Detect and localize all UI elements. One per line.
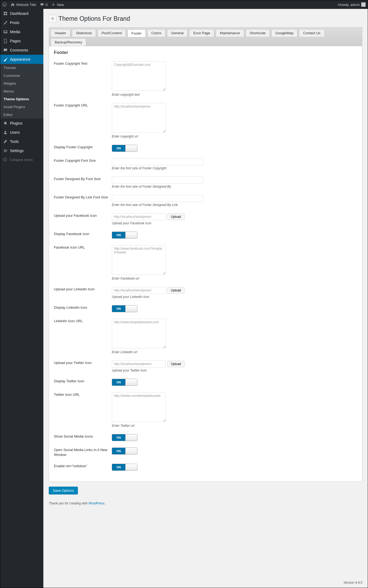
submenu-item-menus[interactable]: Menus: [0, 87, 43, 95]
media-icon: [3, 29, 8, 34]
submenu-appearance: ThemesCustomizeWidgetsMenusTheme Options…: [0, 64, 43, 119]
toggle-li-display[interactable]: ON: [112, 305, 137, 312]
page-icon: [3, 39, 8, 43]
site-link[interactable]: Website Title: [11, 2, 36, 7]
tab-maintenance[interactable]: Maintenance: [216, 29, 244, 37]
menu-item-tools[interactable]: Tools: [0, 137, 43, 146]
help-designed-by-link-font: Enter the font size of Footer Designed B…: [112, 203, 357, 207]
submenu-item-themes[interactable]: Themes: [0, 64, 43, 72]
plugin-icon: [3, 121, 8, 126]
new-label: New: [57, 3, 64, 7]
toggle-nofollow[interactable]: ON: [112, 464, 137, 471]
menu-item-posts[interactable]: Posts: [0, 18, 43, 27]
admin-sidebar: DashboardPostsMediaPagesCommentsAppearan…: [0, 9, 43, 588]
label-fb-display: Display Facebook Icon: [54, 232, 112, 236]
new-link[interactable]: New: [51, 2, 64, 7]
admin-toolbar: Website Title 0 New Howdy, admin: [0, 0, 368, 9]
tab-post-content[interactable]: Post/Content: [98, 29, 126, 37]
label-tw-url: Twitter Icon URL: [54, 392, 112, 397]
input-fb-upload[interactable]: [112, 213, 166, 220]
menu-item-plugins[interactable]: Plugins: [0, 119, 43, 128]
menu-item-pages[interactable]: Pages: [0, 36, 43, 46]
input-designed-by-font[interactable]: [112, 177, 203, 184]
help-copyright-url: Enter copyright url: [112, 135, 357, 138]
dashboard-icon: [3, 11, 8, 16]
avatar-icon: [361, 2, 366, 7]
help-li-upload: Upload your LinkedIn Icon: [112, 295, 357, 299]
label-li-url: LinkedIn Icon URL: [54, 319, 112, 324]
tab-error-page[interactable]: Error Page: [189, 29, 214, 37]
label-fb-upload: Upload your Facebook Icon: [54, 213, 112, 218]
label-li-upload: Upload your LinkedIn Icon: [54, 287, 112, 292]
tab-backup-recovery[interactable]: Backup/Recovery: [51, 38, 86, 46]
input-tw-upload[interactable]: [112, 360, 166, 367]
button-tw-upload[interactable]: Upload: [167, 361, 185, 367]
toggle-fb-display[interactable]: ON: [112, 232, 137, 239]
site-title: Website Title: [16, 3, 36, 7]
account-link[interactable]: Howdy, admin: [338, 2, 366, 7]
input-copyright-url[interactable]: [112, 103, 166, 133]
help-fb-upload: Upload your Facebook Icon: [112, 221, 357, 225]
input-copyright-font[interactable]: [112, 158, 203, 165]
menu-item-settings[interactable]: Settings: [0, 146, 43, 155]
input-designed-by-link-font[interactable]: [112, 195, 203, 202]
tabs-bar: HeaderSlideshowPost/ContentFooterColorsG…: [49, 27, 362, 46]
comment-icon: [3, 48, 8, 53]
tab-shortcode[interactable]: Shortcode: [246, 29, 270, 37]
help-copyright-font: Enter the font size of Footer Copyright: [112, 166, 357, 170]
menu-item-appearance[interactable]: Appearance: [0, 55, 43, 64]
tab-footer[interactable]: Footer: [127, 29, 146, 37]
page-title: ⚙ Theme Options For Brand: [49, 15, 362, 22]
menu-item-media[interactable]: Media: [0, 27, 43, 36]
help-copyright-text: Enter copyright text: [112, 93, 357, 97]
svg-point-3: [4, 158, 7, 161]
submenu-item-theme-options[interactable]: Theme Options: [0, 95, 43, 103]
content-area: ⚙ Theme Options For Brand HeaderSlidesho…: [43, 9, 368, 588]
tab-contact-us[interactable]: Contact Us: [299, 29, 324, 37]
submenu-item-install-plugins[interactable]: Install Plugins: [0, 103, 43, 111]
input-copyright-text[interactable]: [112, 61, 166, 91]
tab-googlemap[interactable]: GoogleMap: [271, 29, 297, 37]
collapse-menu[interactable]: Collapse menu: [0, 155, 43, 164]
input-li-url[interactable]: [112, 319, 166, 348]
label-designed-by-link-font: Footer Designed By Link Font Size: [54, 195, 112, 200]
label-tw-upload: Upload your Twitter Icon: [54, 360, 112, 365]
tab-general[interactable]: General: [167, 29, 188, 37]
svg-point-0: [3, 3, 6, 6]
toggle-tw-display[interactable]: ON: [112, 379, 137, 386]
menu-item-dashboard[interactable]: Dashboard: [0, 9, 43, 18]
toggle-display-copyright[interactable]: ON: [112, 145, 137, 152]
submenu-item-customize[interactable]: Customize: [0, 72, 43, 80]
input-fb-url[interactable]: [112, 245, 166, 275]
label-display-copyright: Display Footer Copyright: [54, 145, 112, 150]
input-li-upload[interactable]: [112, 287, 166, 294]
pin-icon: [3, 20, 8, 25]
menu-item-users[interactable]: Users: [0, 128, 43, 137]
submenu-item-editor[interactable]: Editor: [0, 111, 43, 119]
tab-header[interactable]: Header: [51, 29, 70, 37]
tool-icon: [3, 139, 8, 144]
button-li-upload[interactable]: Upload: [167, 287, 185, 294]
label-fb-url: Facebook Icon URL: [54, 245, 112, 250]
tab-slideshow[interactable]: Slideshow: [72, 29, 96, 37]
plus-icon: [51, 2, 55, 7]
tab-colors[interactable]: Colors: [147, 29, 166, 37]
user-icon: [3, 130, 8, 135]
toggle-open-new[interactable]: ON: [112, 448, 137, 455]
comment-icon: [40, 2, 44, 7]
menu-item-comments[interactable]: Comments: [0, 46, 43, 55]
label-open-new: Open Social Media Links In A New Window: [54, 448, 112, 457]
howdy-text: Howdy, admin: [338, 3, 360, 7]
button-fb-upload[interactable]: Upload: [167, 214, 185, 220]
wp-logo[interactable]: [2, 2, 7, 7]
wordpress-link[interactable]: WordPress: [88, 501, 104, 505]
toggle-show-social[interactable]: ON: [112, 434, 137, 441]
svg-point-2: [5, 131, 6, 132]
submenu-item-widgets[interactable]: Widgets: [0, 80, 43, 87]
label-copyright-text: Footer Copyright Text: [54, 61, 112, 66]
label-li-display: Display LinkedIn Icon: [54, 305, 112, 310]
theme-options-icon: ⚙: [49, 15, 56, 22]
save-button[interactable]: Save Options: [49, 487, 78, 494]
comments-link[interactable]: 0: [40, 2, 47, 7]
input-tw-url[interactable]: [112, 392, 166, 422]
